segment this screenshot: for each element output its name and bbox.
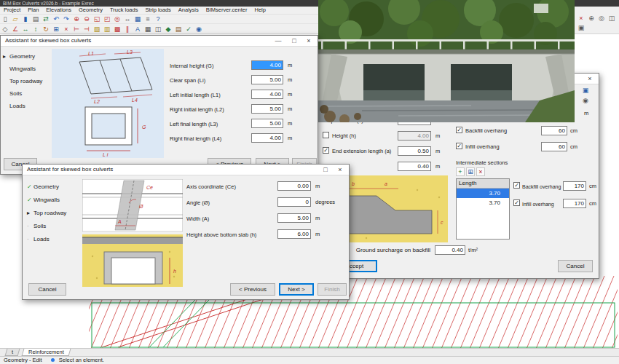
pan-icon[interactable]: ↔ bbox=[122, 15, 133, 23]
move-icon[interactable]: ↔ bbox=[20, 25, 31, 33]
field-input[interactable]: 4.00 bbox=[251, 60, 283, 70]
field-input[interactable]: 5.00 bbox=[277, 213, 311, 223]
3d-view-icon[interactable]: ◆ bbox=[163, 25, 173, 33]
rotate-icon[interactable]: ↻ bbox=[41, 25, 51, 33]
zoom-extents-icon[interactable]: ◰ bbox=[102, 15, 112, 23]
stretch-icon[interactable]: ↕ bbox=[31, 25, 41, 33]
maximize-icon[interactable]: □ bbox=[287, 36, 301, 46]
field-input[interactable]: 4.00 bbox=[251, 133, 283, 143]
add-section-icon[interactable]: + bbox=[456, 167, 465, 176]
gallery-icon[interactable]: ▣ bbox=[580, 86, 591, 95]
height-input[interactable]: 4.00 bbox=[398, 131, 431, 141]
list-item[interactable]: 3.70 bbox=[457, 189, 509, 198]
dimension-right-icon[interactable]: ⊣ bbox=[82, 25, 92, 33]
wizard-step[interactable]: Top roadway bbox=[3, 75, 50, 87]
menu-item[interactable]: BIMserver.center bbox=[202, 7, 251, 14]
locate-icon[interactable]: ⊕ bbox=[586, 14, 596, 23]
backfill-overhang-section-input[interactable]: 170 bbox=[563, 181, 586, 191]
reinforcement-icon[interactable]: ▩ bbox=[112, 25, 122, 33]
select-icon[interactable]: ◇ bbox=[0, 25, 10, 33]
minimize-icon[interactable]: — bbox=[271, 36, 285, 46]
close-icon[interactable]: × bbox=[301, 36, 316, 46]
report-icon[interactable]: ▤ bbox=[173, 25, 184, 33]
infill-overhang-section-checkbox[interactable]: ✓ bbox=[513, 199, 520, 206]
field-input[interactable]: 0 bbox=[277, 197, 311, 207]
zoom-previous-icon[interactable]: ◎ bbox=[112, 15, 122, 23]
help-icon[interactable]: ? bbox=[153, 15, 163, 23]
print-icon[interactable]: ▤ bbox=[31, 15, 41, 23]
capture-icon[interactable]: ▣ bbox=[576, 23, 586, 32]
bars-icon[interactable]: ∥ bbox=[122, 25, 133, 33]
window-icon[interactable]: ◫ bbox=[607, 14, 617, 23]
check-icon[interactable]: ✓ bbox=[184, 25, 194, 33]
maximize-icon[interactable]: □ bbox=[318, 165, 333, 175]
table-icon[interactable]: ▦ bbox=[143, 25, 153, 33]
layers-icon[interactable]: ▦ bbox=[133, 15, 143, 23]
new-file-icon[interactable]: ▯ bbox=[0, 15, 10, 23]
thickness-input[interactable]: 0.40 bbox=[398, 162, 431, 171]
field-input[interactable]: 4.00 bbox=[251, 90, 283, 99]
edit-geometry-icon[interactable]: ∠ bbox=[10, 25, 20, 33]
close-icon[interactable]: × bbox=[583, 74, 597, 84]
wizard-step[interactable]: ✓Wingwalls bbox=[27, 194, 79, 207]
options-icon[interactable]: ≡ bbox=[143, 15, 153, 23]
export-icon[interactable]: ⇄ bbox=[41, 15, 51, 23]
tab-reinforcement[interactable]: Reinforcement bbox=[22, 349, 71, 356]
delete-icon[interactable]: × bbox=[61, 25, 71, 33]
backfill-overhang-checkbox[interactable]: ✓ bbox=[456, 127, 462, 133]
visibility-icon[interactable]: ◎ bbox=[596, 14, 607, 23]
wizard-step[interactable]: Wingwalls bbox=[3, 63, 50, 75]
camera-icon[interactable]: ◉ bbox=[580, 96, 591, 105]
next-button[interactable]: Next > bbox=[279, 283, 314, 296]
wizard-step[interactable]: ✓Geometry bbox=[27, 181, 79, 194]
wizard-step[interactable]: Loads bbox=[3, 100, 50, 112]
copy-icon[interactable]: ⊞ bbox=[51, 25, 61, 33]
finish-button[interactable]: Finish bbox=[318, 283, 347, 296]
menu-item[interactable]: Project bbox=[0, 7, 24, 14]
end-extension-checkbox[interactable]: ✓ bbox=[323, 147, 329, 154]
end-extension-input[interactable]: 0.50 bbox=[398, 146, 431, 156]
delete-section-icon[interactable]: × bbox=[476, 167, 485, 176]
previous-button[interactable]: < Previous bbox=[230, 283, 275, 296]
cancel-button[interactable]: Cancel bbox=[558, 260, 593, 272]
infill-overhang-checkbox[interactable]: ✓ bbox=[456, 143, 462, 149]
menu-item[interactable]: Plan bbox=[24, 7, 42, 14]
save-icon[interactable]: ▮ bbox=[20, 15, 31, 23]
menu-item[interactable]: Truck loads bbox=[106, 7, 142, 14]
elevation-icon[interactable]: ▥ bbox=[102, 25, 112, 33]
zoom-out-icon[interactable]: ⊖ bbox=[82, 15, 92, 23]
backfill-overhang-input[interactable]: 60 bbox=[541, 126, 567, 135]
menu-item[interactable]: Elevations bbox=[42, 7, 75, 14]
wizard-step[interactable]: ▸Geometry bbox=[3, 50, 50, 63]
info-icon[interactable]: ◉ bbox=[194, 25, 204, 33]
surcharge-input[interactable]: 0.40 bbox=[435, 245, 465, 255]
open-file-icon[interactable]: ▱ bbox=[10, 15, 20, 23]
field-input[interactable]: 5.00 bbox=[251, 104, 283, 114]
zoom-window-icon[interactable]: ◱ bbox=[92, 15, 102, 23]
list-item[interactable]: 3.70 bbox=[457, 198, 509, 207]
menu-item[interactable]: Geometry bbox=[75, 7, 106, 14]
backfill-overhang-section-checkbox[interactable]: ✓ bbox=[513, 182, 520, 189]
wizard-step[interactable]: ▸Top roadway bbox=[27, 207, 79, 220]
intermediate-sections-list[interactable]: Length 3.703.70 bbox=[456, 178, 510, 240]
close-view-icon[interactable]: × bbox=[576, 14, 586, 23]
section-icon[interactable]: ▧ bbox=[92, 25, 102, 33]
tab-layout[interactable]: t bbox=[5, 349, 20, 356]
zoom-in-icon[interactable]: ⊕ bbox=[71, 15, 82, 23]
infill-overhang-input[interactable]: 60 bbox=[541, 142, 567, 151]
redo-icon[interactable]: ↷ bbox=[61, 15, 71, 23]
height-checkbox[interactable] bbox=[323, 132, 329, 138]
menu-item[interactable]: Analysis bbox=[175, 7, 202, 14]
cancel-button[interactable]: Cancel bbox=[28, 283, 66, 296]
views-icon[interactable]: ◫ bbox=[153, 25, 163, 33]
menu-item[interactable]: Help bbox=[251, 7, 269, 14]
dimension-left-icon[interactable]: ⊢ bbox=[71, 25, 82, 33]
copy-section-icon[interactable]: ⊞ bbox=[466, 167, 475, 176]
menu-item[interactable]: Strip loads bbox=[141, 7, 174, 14]
field-input[interactable]: 5.00 bbox=[251, 75, 283, 84]
text-icon[interactable]: A bbox=[133, 25, 143, 33]
wizard-step[interactable]: ·Loads bbox=[27, 233, 79, 246]
close-icon[interactable]: × bbox=[333, 165, 347, 175]
field-input[interactable]: 0.00 bbox=[277, 181, 311, 191]
dialog-title-bar[interactable]: Assistant for skewed box culverts — □ × bbox=[1, 36, 318, 47]
